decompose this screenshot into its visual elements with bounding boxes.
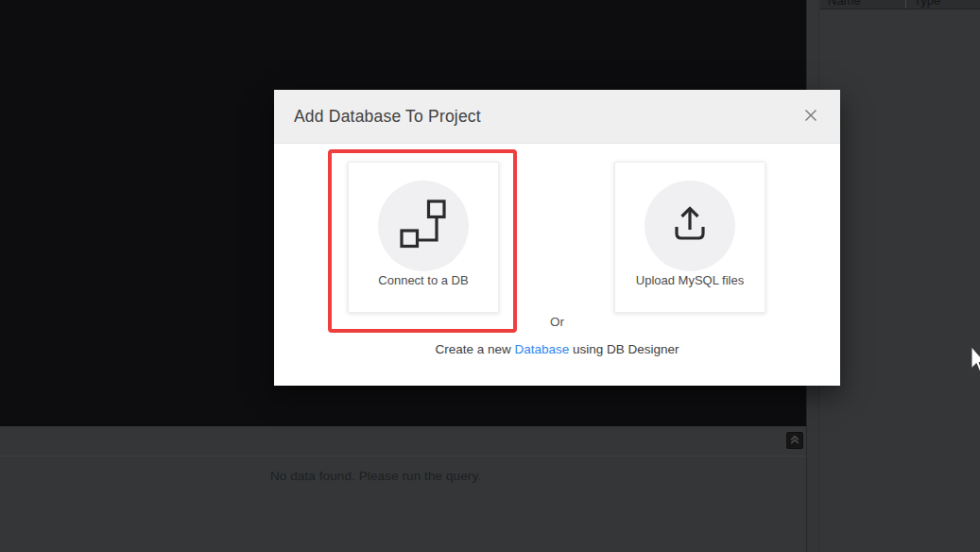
expand-results-button[interactable] (786, 432, 803, 449)
upload-icon (667, 201, 713, 250)
or-separator-text: Or (274, 315, 840, 329)
upload-icon-circle (645, 181, 735, 271)
close-icon (804, 109, 817, 125)
upload-mysql-card[interactable]: Upload MySQL files (614, 162, 765, 313)
dialog-header: Add Database To Project (274, 90, 840, 144)
connect-to-db-card[interactable]: Connect to a DB (348, 162, 499, 313)
results-toolbar (0, 426, 806, 456)
add-database-dialog: Add Database To Project (274, 90, 840, 386)
chevron-double-up-icon (789, 434, 800, 448)
close-button[interactable] (801, 107, 820, 126)
create-line-suffix: using DB Designer (569, 342, 679, 356)
app-window: No data found. Please run the query. Nam… (0, 0, 980, 552)
column-header-name: Name (820, 0, 906, 9)
structure-table-header: Name Type (820, 0, 980, 9)
db-connect-icon (399, 199, 448, 252)
create-line-prefix: Create a new (435, 342, 514, 356)
query-results-panel: No data found. Please run the query. (0, 456, 806, 552)
column-header-type: Type (906, 0, 980, 9)
connect-icon-circle (378, 181, 469, 271)
upload-card-label: Upload MySQL files (615, 273, 765, 287)
create-database-line: Create a new Database using DB Designer (274, 342, 840, 356)
no-data-message: No data found. Please run the query. (0, 469, 751, 483)
dialog-title: Add Database To Project (294, 107, 481, 127)
db-designer-link[interactable]: Database (514, 342, 569, 356)
connect-card-label: Connect to a DB (349, 273, 498, 287)
structure-table: Name Type (820, 0, 980, 552)
